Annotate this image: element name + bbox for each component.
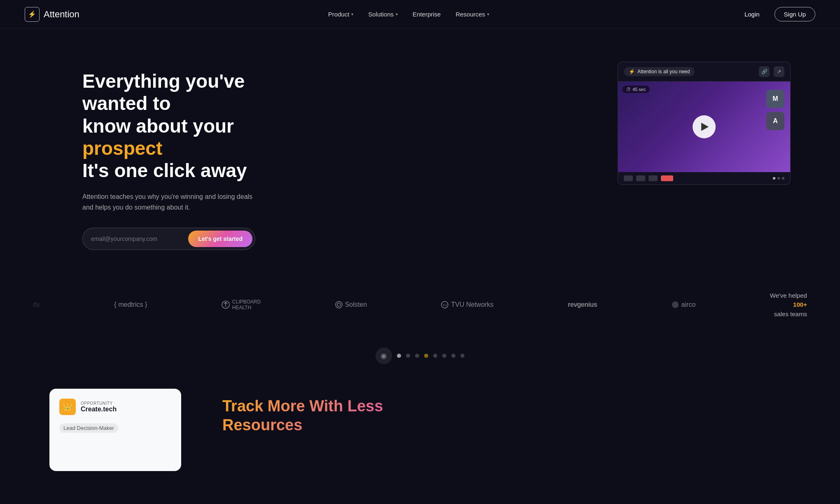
hero-section: Everything you've wanted to know about y… — [0, 29, 840, 275]
logo-solsten: Solsten — [335, 301, 367, 308]
cta-button[interactable]: Let's get started — [188, 231, 252, 247]
svg-point-1 — [336, 301, 342, 308]
hero-video-wrapper: ⚡ Attention is all you need 🔗 ↗ ⏱ 45 sec — [618, 62, 791, 185]
participants: M A — [766, 90, 784, 130]
svg-text:TV: TV — [443, 303, 447, 307]
nav-dot-3[interactable] — [782, 177, 784, 180]
hero-highlight: prospect — [82, 138, 162, 159]
email-form: Let's get started — [82, 228, 255, 250]
nav-product[interactable]: Product ▾ — [328, 11, 354, 18]
external-link-button[interactable]: ↗ — [774, 66, 784, 77]
badge-bolt-icon: ⚡ — [629, 69, 635, 75]
dot-7[interactable] — [451, 354, 455, 358]
clipboard-icon — [222, 301, 230, 309]
nav-dot-1[interactable] — [773, 177, 775, 180]
logo-revgenius: revgenius — [568, 301, 597, 308]
signup-button[interactable]: Sign Up — [775, 7, 815, 21]
logos-section: dy { medtrics } CLIPBOARDHEALTH Solsten … — [0, 275, 840, 340]
video-timestamp: ⏱ 45 sec — [622, 86, 650, 93]
crown-icon: 👑 — [63, 402, 72, 411]
opportunity-card: 👑 Opportunity Create.tech Lead Decision-… — [49, 389, 181, 471]
logo[interactable]: ⚡ Attention — [25, 7, 79, 22]
navbar: ⚡ Attention Product ▾ Solutions ▾ Enterp… — [0, 0, 840, 29]
logo-dy: dy — [33, 301, 40, 308]
play-button[interactable] — [693, 115, 716, 138]
hero-content: Everything you've wanted to know about y… — [82, 62, 296, 250]
chevron-down-icon: ▾ — [351, 12, 353, 16]
video-badge: ⚡ Attention is all you need — [624, 67, 695, 76]
nav-dot-2[interactable] — [777, 177, 780, 180]
scroll-icon: ◉ — [380, 351, 387, 360]
opportunity-label: Opportunity — [81, 401, 117, 406]
video-actions: 🔗 ↗ — [759, 66, 784, 77]
opportunity-meta: Opportunity Create.tech — [81, 401, 117, 413]
dot-5[interactable] — [433, 354, 437, 358]
dot-8[interactable] — [460, 354, 464, 358]
link-icon: 🔗 — [761, 69, 768, 75]
airco-icon — [672, 301, 679, 308]
nav-resources[interactable]: Resources ▾ — [455, 11, 489, 18]
play-icon — [701, 123, 709, 131]
scroll-indicator: ◉ — [376, 348, 392, 364]
control-btn-3[interactable] — [649, 175, 658, 181]
clock-icon: ⏱ — [626, 87, 631, 92]
email-input[interactable] — [91, 233, 185, 245]
video-card: ⚡ Attention is all you need 🔗 ↗ ⏱ 45 sec — [618, 62, 791, 185]
logo-icon: ⚡ — [25, 7, 40, 22]
track-section: Track More With Less Resources — [222, 389, 383, 434]
dot-3[interactable] — [415, 354, 419, 358]
nav-enterprise[interactable]: Enterprise — [413, 11, 441, 18]
opportunity-company: Create.tech — [81, 406, 117, 413]
nav-links: Product ▾ Solutions ▾ Enterprise Resourc… — [328, 11, 490, 18]
dot-1[interactable] — [397, 354, 401, 358]
participant-a-avatar: A — [766, 112, 784, 130]
track-title: Track More With Less Resources — [222, 397, 383, 434]
control-btn-1[interactable] — [624, 175, 633, 181]
login-button[interactable]: Login — [738, 7, 766, 21]
nav-solutions[interactable]: Solutions ▾ — [368, 11, 398, 18]
bottom-section: 👑 Opportunity Create.tech Lead Decision-… — [0, 380, 840, 471]
carousel-dots: ◉ — [0, 339, 840, 380]
solsten-icon — [335, 301, 343, 308]
chevron-down-icon: ▾ — [487, 12, 489, 16]
logos-helped: We've helped 100+ sales teams — [770, 291, 807, 319]
participant-m-avatar: M — [766, 90, 784, 108]
video-controls-bar — [618, 172, 790, 184]
logo-tvu: TV TVU Networks — [441, 301, 493, 308]
dot-4[interactable] — [424, 354, 428, 358]
dot-6[interactable] — [442, 354, 446, 358]
video-nav-dots — [773, 177, 784, 180]
bolt-icon: ⚡ — [28, 10, 36, 18]
chevron-down-icon: ▾ — [396, 12, 398, 16]
logo-medtrics: { medtrics } — [114, 301, 147, 308]
dot-2[interactable] — [406, 354, 410, 358]
svg-point-5 — [672, 301, 679, 308]
control-btn-2[interactable] — [636, 175, 645, 181]
hero-title: Everything you've wanted to know about y… — [82, 70, 296, 182]
opportunity-header: 👑 Opportunity Create.tech — [59, 399, 171, 415]
svg-point-2 — [337, 303, 341, 306]
logo-clipboard: CLIPBOARDHEALTH — [222, 299, 261, 311]
video-main: ⏱ 45 sec M A — [618, 82, 790, 172]
logo-airco: airco — [672, 301, 696, 308]
link-button[interactable]: 🔗 — [759, 66, 770, 77]
hero-subtitle: Attention teaches you why you're winning… — [82, 191, 264, 212]
control-buttons — [624, 175, 673, 181]
external-link-icon: ↗ — [777, 69, 781, 75]
nav-actions: Login Sign Up — [738, 7, 815, 21]
tvu-icon: TV — [441, 301, 448, 308]
opportunity-icon: 👑 — [59, 399, 76, 415]
opportunity-role: Lead Decision-Maker — [59, 423, 118, 433]
video-topbar: ⚡ Attention is all you need 🔗 ↗ — [618, 62, 790, 82]
logo-text: Attention — [44, 9, 79, 20]
end-call-button[interactable] — [661, 175, 673, 181]
